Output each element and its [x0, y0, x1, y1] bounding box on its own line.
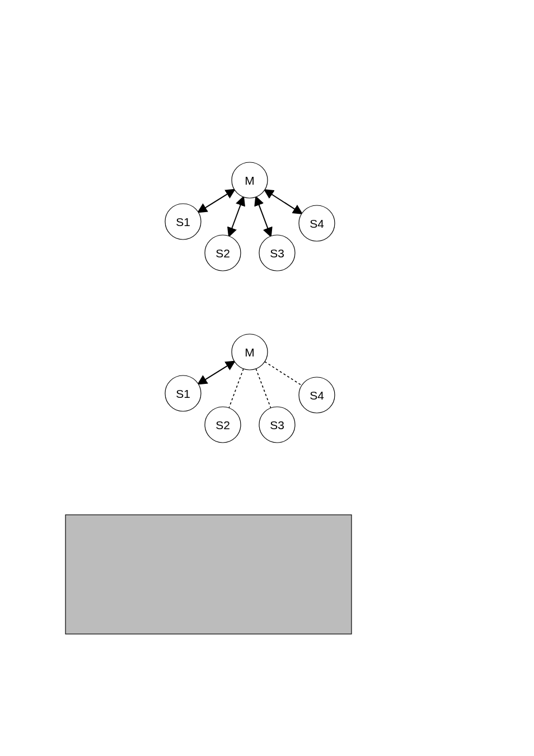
node-label-M: M: [245, 346, 255, 359]
diagram-top: MS1S2S3S4: [165, 162, 335, 271]
node-label-S3: S3: [270, 419, 284, 431]
node-M: M: [232, 162, 268, 198]
node-S4: S4: [299, 205, 335, 241]
node-label-S3: S3: [270, 247, 284, 260]
diagram-bottom: MS1S2S3S4: [165, 334, 335, 443]
node-label-S1: S1: [176, 387, 190, 400]
edge-M-S4: [265, 361, 302, 385]
node-label-S2: S2: [216, 419, 230, 431]
node-label-M: M: [245, 174, 255, 187]
edge-M-S3: [256, 369, 270, 408]
gray-rectangle: [65, 515, 352, 634]
node-S2: S2: [205, 235, 241, 271]
node-S3: S3: [259, 235, 295, 271]
edge-M-S2: [229, 197, 243, 236]
node-S1: S1: [165, 204, 201, 240]
node-S2: S2: [205, 407, 241, 443]
edge-M-S2: [229, 369, 243, 408]
node-S1: S1: [165, 375, 201, 411]
node-label-S4: S4: [310, 217, 324, 230]
edge-M-S3: [256, 197, 270, 236]
node-S4: S4: [299, 377, 335, 413]
node-label-S4: S4: [310, 389, 324, 402]
edge-M-S1: [198, 190, 235, 212]
diagram-canvas: MS1S2S3S4MS1S2S3S4: [0, 0, 534, 756]
node-M: M: [232, 334, 268, 370]
node-label-S2: S2: [216, 247, 230, 260]
node-label-S1: S1: [176, 215, 190, 228]
edge-M-S1: [198, 361, 235, 384]
edge-M-S4: [265, 190, 302, 213]
node-S3: S3: [259, 407, 295, 443]
